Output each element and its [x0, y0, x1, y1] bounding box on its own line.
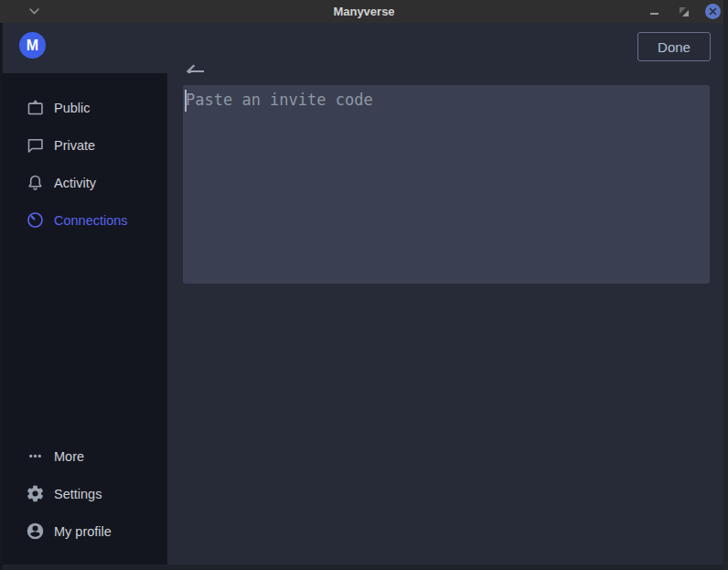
- window-edge-bottom: [0, 565, 728, 570]
- sidebar: Public Private Activity: [0, 73, 167, 565]
- restore-button[interactable]: [676, 4, 691, 19]
- sidebar-item-label: Public: [54, 101, 91, 115]
- sidebar-item-my-profile[interactable]: My profile: [0, 512, 167, 550]
- sidebar-item-label: More: [54, 449, 84, 464]
- minimize-icon: [650, 13, 658, 15]
- window-edge-right: [723, 0, 728, 570]
- person-circle-icon: [26, 522, 45, 541]
- sidebar-item-settings[interactable]: Settings: [0, 475, 167, 512]
- connections-dial-icon: [26, 210, 45, 230]
- app-body: Public Private Activity: [0, 73, 728, 565]
- close-icon: [709, 7, 717, 16]
- chevron-down-icon[interactable]: [28, 7, 40, 16]
- titlebar: Manyverse: [0, 0, 728, 23]
- message-bubble-icon: [26, 135, 45, 155]
- sidebar-item-label: Settings: [54, 487, 102, 501]
- window-controls: [647, 0, 721, 23]
- sidebar-item-label: Connections: [54, 213, 128, 228]
- done-label: Done: [658, 39, 691, 55]
- sidebar-item-label: My profile: [54, 524, 112, 539]
- restore-icon: [679, 6, 690, 17]
- sidebar-item-label: Activity: [54, 176, 96, 190]
- minimize-button[interactable]: [647, 4, 662, 19]
- sidebar-footer: More Settings My profile: [0, 437, 167, 565]
- window-edge-left: [0, 23, 3, 570]
- main-content: [167, 73, 728, 565]
- bell-icon: [26, 173, 45, 192]
- logo-letter: M: [27, 38, 38, 54]
- app-header: M Done: [0, 23, 728, 73]
- ellipsis-icon: [26, 446, 45, 466]
- invite-code-input[interactable]: [183, 85, 710, 284]
- bulletin-board-icon: [26, 98, 45, 117]
- close-button[interactable]: [705, 4, 721, 19]
- manyverse-logo: M: [19, 32, 46, 59]
- gear-icon: [26, 484, 45, 503]
- sidebar-item-private[interactable]: Private: [0, 126, 167, 164]
- sidebar-item-label: Private: [54, 138, 95, 153]
- sidebar-item-public[interactable]: Public: [0, 89, 167, 126]
- sidebar-item-activity[interactable]: Activity: [0, 164, 167, 201]
- window-title: Manyverse: [0, 0, 728, 23]
- sidebar-item-connections[interactable]: Connections: [0, 201, 167, 239]
- sidebar-item-more[interactable]: More: [0, 437, 167, 475]
- done-button[interactable]: Done: [637, 32, 711, 61]
